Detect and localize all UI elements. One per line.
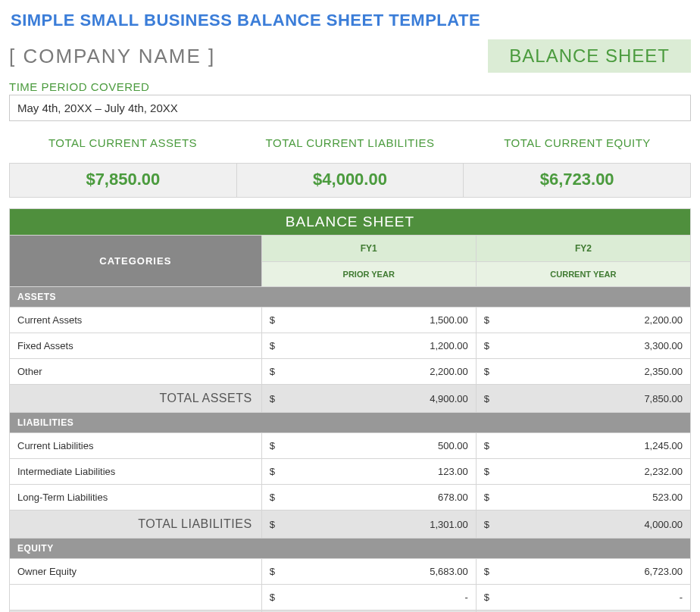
currency-symbol: $ <box>270 492 275 503</box>
section-header-equity: EQUITY <box>10 539 691 559</box>
value: 7,850.00 <box>484 393 683 404</box>
category-cell[interactable]: Fixed Assets <box>10 333 262 359</box>
table-row: $-$- <box>10 585 691 610</box>
value-cell[interactable]: $2,350.00 <box>476 359 690 385</box>
table-row: Current Liabilities$500.00$1,245.00 <box>10 433 691 459</box>
currency-symbol: $ <box>484 566 489 577</box>
currency-symbol: $ <box>484 366 489 377</box>
table-row: Owner Equity$5,683.00$6,723.00 <box>10 559 691 585</box>
value: 5,683.00 <box>270 566 468 577</box>
value-cell[interactable]: $- <box>476 585 690 610</box>
total-liabilities-label: TOTAL CURRENT LIABILITIES <box>236 133 464 152</box>
balance-sheet-table: BALANCE SHEET CATEGORIES FY1 FY2 PRIOR Y… <box>9 208 691 612</box>
currency-symbol: $ <box>270 592 275 603</box>
balance-sheet-badge: BALANCE SHEET <box>488 39 691 73</box>
currency-symbol: $ <box>484 519 489 530</box>
value-cell[interactable]: $- <box>261 585 476 610</box>
value: 1,245.00 <box>484 440 683 451</box>
value: 1,200.00 <box>270 340 468 351</box>
currency-symbol: $ <box>484 393 489 404</box>
bs-title: BALANCE SHEET <box>10 209 691 236</box>
fy2-header: FY2 <box>476 236 690 262</box>
category-cell[interactable]: Intermediate Liabilities <box>10 459 262 485</box>
table-row: Other$2,200.00$2,350.00 <box>10 359 691 385</box>
value: 3,300.00 <box>484 340 683 351</box>
company-name: [ COMPANY NAME ] <box>9 45 215 68</box>
currency-symbol: $ <box>484 592 489 603</box>
page-title: SIMPLE SMALL BUSINESS BALANCE SHEET TEMP… <box>11 11 691 30</box>
value: 1,301.00 <box>270 519 468 530</box>
value-cell[interactable]: $2,232.00 <box>476 459 690 485</box>
total-row-liabilities: TOTAL LIABILITIES$1,301.00$4,000.00 <box>10 511 691 539</box>
categories-header: CATEGORIES <box>10 236 262 287</box>
currency-symbol: $ <box>484 492 489 503</box>
value-cell[interactable]: $3,300.00 <box>476 333 690 359</box>
value: 4,000.00 <box>484 519 683 530</box>
total-assets-label: TOTAL CURRENT ASSETS <box>9 133 236 152</box>
value-cell[interactable]: $523.00 <box>476 485 690 511</box>
currency-symbol: $ <box>484 466 489 477</box>
currency-symbol: $ <box>270 466 275 477</box>
value-cell[interactable]: $6,723.00 <box>476 559 690 585</box>
value: - <box>270 592 468 603</box>
currency-symbol: $ <box>270 314 275 326</box>
fy1-header: FY1 <box>261 236 476 262</box>
currency-symbol: $ <box>270 566 275 577</box>
value: 500.00 <box>270 440 468 451</box>
category-cell[interactable]: Owner Equity <box>10 559 262 585</box>
total-label: TOTAL LIABILITIES <box>10 511 262 539</box>
total-liabilities-value: $4,000.00 <box>237 163 464 198</box>
value-cell[interactable]: $5,683.00 <box>261 559 476 585</box>
currency-symbol: $ <box>270 519 275 530</box>
value-cell[interactable]: $678.00 <box>261 485 476 511</box>
currency-symbol: $ <box>270 440 275 451</box>
currency-symbol: $ <box>484 314 489 326</box>
currency-symbol: $ <box>484 440 489 451</box>
currency-symbol: $ <box>484 340 489 351</box>
table-row: Long-Term Liabilities$678.00$523.00 <box>10 485 691 511</box>
section-header-assets: ASSETS <box>10 287 691 308</box>
value-cell[interactable]: $7,850.00 <box>476 385 690 413</box>
header-row: [ COMPANY NAME ] BALANCE SHEET <box>9 39 691 73</box>
value: 6,723.00 <box>484 566 683 577</box>
value: 2,200.00 <box>270 366 468 377</box>
value: 2,200.00 <box>484 314 683 326</box>
table-row: Current Assets$1,500.00$2,200.00 <box>10 308 691 333</box>
period-label: TIME PERIOD COVERED <box>9 80 691 93</box>
value: - <box>484 592 683 603</box>
value-cell[interactable]: $123.00 <box>261 459 476 485</box>
category-cell[interactable]: Long-Term Liabilities <box>10 485 262 511</box>
table-row: Fixed Assets$1,200.00$3,300.00 <box>10 333 691 359</box>
value-cell[interactable]: $1,245.00 <box>476 433 690 459</box>
period-input[interactable]: May 4th, 20XX – July 4th, 20XX <box>9 95 691 121</box>
value: 2,350.00 <box>484 366 683 377</box>
category-cell[interactable]: Other <box>10 359 262 385</box>
value: 1,500.00 <box>270 314 468 326</box>
currency-symbol: $ <box>270 393 275 404</box>
value-cell[interactable]: $1,500.00 <box>261 308 476 333</box>
category-cell[interactable]: Current Assets <box>10 308 262 333</box>
summary-labels-row: TOTAL CURRENT ASSETS TOTAL CURRENT LIABI… <box>9 133 691 152</box>
value: 678.00 <box>270 492 468 503</box>
value: 123.00 <box>270 466 468 477</box>
value-cell[interactable]: $1,301.00 <box>261 511 476 539</box>
value: 2,232.00 <box>484 466 683 477</box>
current-year-header: CURRENT YEAR <box>476 262 690 287</box>
total-equity-label: TOTAL CURRENT EQUITY <box>464 133 691 152</box>
total-assets-value: $7,850.00 <box>9 163 237 198</box>
value-cell[interactable]: $4,000.00 <box>476 511 690 539</box>
value: 523.00 <box>484 492 683 503</box>
value-cell[interactable]: $1,200.00 <box>261 333 476 359</box>
total-label: TOTAL ASSETS <box>10 385 262 413</box>
category-cell[interactable] <box>10 585 262 610</box>
summary-values-row: $7,850.00 $4,000.00 $6,723.00 <box>9 163 691 198</box>
value-cell[interactable]: $500.00 <box>261 433 476 459</box>
value-cell[interactable]: $4,900.00 <box>261 385 476 413</box>
total-row-assets: TOTAL ASSETS$4,900.00$7,850.00 <box>10 385 691 413</box>
currency-symbol: $ <box>270 340 275 351</box>
value-cell[interactable]: $2,200.00 <box>476 308 690 333</box>
category-cell[interactable]: Current Liabilities <box>10 433 262 459</box>
prior-year-header: PRIOR YEAR <box>261 262 476 287</box>
section-header-liabilities: LIABILITIES <box>10 413 691 433</box>
value-cell[interactable]: $2,200.00 <box>261 359 476 385</box>
